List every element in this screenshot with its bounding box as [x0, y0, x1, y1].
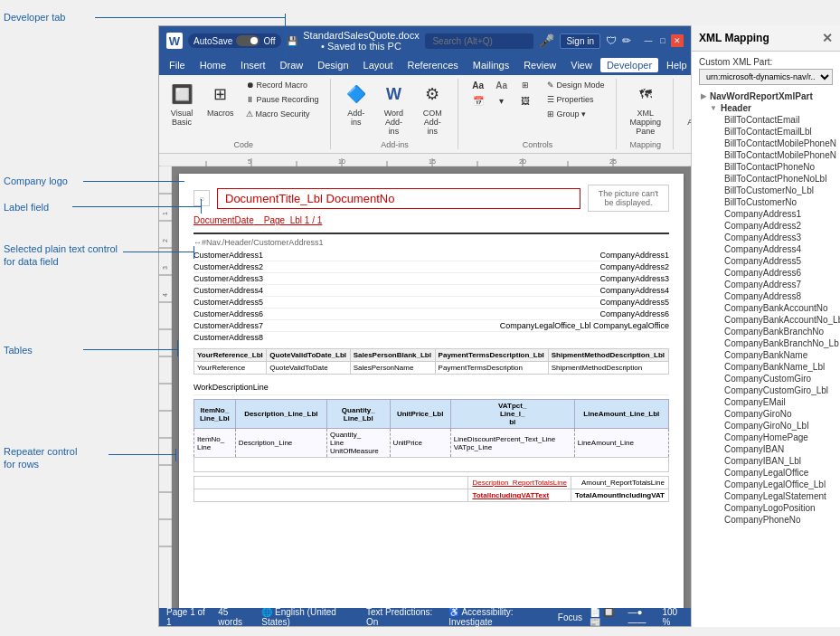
design-mode-button[interactable]: ✎ Design Mode	[543, 79, 609, 91]
xml-item-CompanyAddress1[interactable]: CompanyAddress1	[717, 208, 833, 220]
xml-item-CompanyIBAN[interactable]: CompanyIBAN	[717, 443, 833, 455]
ribbon: 🔲 VisualBasic ⊞ Macros ⏺ Record Macro ⏸ …	[159, 75, 691, 154]
close-button[interactable]: ✕	[671, 34, 684, 47]
record-macro-button[interactable]: ⏺ Record Macro	[242, 79, 323, 91]
word-logo: W	[166, 33, 183, 49]
xml-item-CompanyBankNameLbl[interactable]: CompanyBankName_Lbl	[717, 361, 833, 373]
ribbon-aa1-button[interactable]: Aa	[467, 79, 489, 92]
ruler-marks: 5 10 15 20 25	[161, 154, 689, 166]
xml-item-CompanyBankBranchNoLb[interactable]: CompanyBankBranchNo_Lb	[717, 337, 833, 349]
customer-row-6: CustomerAddress6 CompanyAddress6	[193, 309, 669, 320]
menu-review[interactable]: Review	[517, 58, 562, 72]
macro-security-button[interactable]: ⚠ Macro Security	[242, 108, 323, 120]
ref-data-2: QuoteValidToDate	[267, 362, 350, 375]
menu-insert[interactable]: Insert	[234, 58, 272, 72]
ribbon-date-button[interactable]: 📅	[467, 94, 489, 108]
mic-icon: 🎤	[539, 33, 554, 48]
menu-home[interactable]: Home	[193, 58, 232, 72]
xml-item-CompanyPhoneNo[interactable]: CompanyPhoneNo	[717, 514, 833, 526]
ribbon-code-small-group: ⏺ Record Macro ⏸ Pause Recording ⚠ Macro…	[242, 79, 323, 120]
xml-item-CompanyAddress7[interactable]: CompanyAddress7	[717, 279, 833, 290]
xml-item-CompanyGiroNo[interactable]: CompanyGiroNo	[717, 408, 833, 420]
xml-tree-header-folder[interactable]: ▼ Header	[708, 102, 833, 114]
xml-item-CompanyCustomGiroLbl[interactable]: CompanyCustomGiro_Lbl	[717, 384, 833, 396]
ribbon-aa2-button[interactable]: Aa	[491, 79, 513, 92]
xml-item-BillToContactMobilePhoneN2[interactable]: BillToContactMobilePhoneN	[717, 149, 833, 161]
xml-item-CompanyBankAccountNo[interactable]: CompanyBankAccountNo	[717, 302, 833, 314]
xml-item-BillToContactEmailLbl[interactable]: BillToContactEmailLbl	[717, 126, 833, 138]
properties-button[interactable]: ☰ Properties	[543, 93, 609, 106]
ribbon-addins-buttons: 🔷 Add-ins W WordAdd-ins ⚙ COMAdd-ins	[340, 79, 450, 138]
items-data-itemno: ItemNo_Line	[194, 429, 236, 458]
doc-title-field[interactable]: DocumentTitle_Lbl DocumentNo	[217, 188, 580, 209]
xml-item-CompanyAddress3[interactable]: CompanyAddress3	[717, 232, 833, 243]
status-word-count: 45 words	[218, 607, 250, 627]
svg-text:20: 20	[519, 158, 526, 165]
xml-item-CompanyEMail[interactable]: CompanyEMail	[717, 396, 833, 408]
sign-in-button[interactable]: Sign in	[560, 33, 600, 49]
status-bar: Page 1 of 1 45 words 🌐 English (United S…	[159, 608, 691, 626]
menu-view[interactable]: View	[564, 58, 599, 72]
ribbon-combo-button[interactable]: ▾	[491, 94, 513, 108]
xml-item-BillToCustomerNo[interactable]: BillToCustomerNo	[717, 196, 833, 208]
menu-draw[interactable]: Draw	[274, 58, 310, 72]
group-button[interactable]: ⊞ Group ▾	[543, 108, 609, 120]
xml-panel-close-button[interactable]: ✕	[822, 31, 833, 45]
xml-item-CompanyBankName[interactable]: CompanyBankName	[717, 349, 833, 361]
ribbon-com-addins-button[interactable]: ⚙ COMAdd-ins	[415, 79, 450, 138]
doc-scroll[interactable]: ○ DocumentTitle_Lbl DocumentNo The pictu…	[172, 166, 691, 608]
title-bar: W AutoSave Off 💾 StandardSalesQuote.docx…	[159, 26, 691, 55]
autosave-toggle[interactable]: AutoSave Off	[188, 33, 281, 48]
menu-help[interactable]: Help	[660, 58, 694, 72]
xml-item-BillToCustomerNoLbl[interactable]: BillToCustomerNo_Lbl	[717, 185, 833, 196]
menu-mailings[interactable]: Mailings	[467, 58, 515, 72]
xml-tree-root[interactable]: ▶ NavWordReportXmlPart	[699, 90, 833, 102]
maximize-button[interactable]: □	[656, 34, 669, 47]
ruler-vertical-svg: 1 2 3 4	[159, 166, 172, 608]
xml-tree-children: ▼ Header BillToContactEmail BillToContac…	[699, 102, 833, 526]
ribbon-grid-button[interactable]: ⊞	[514, 79, 536, 92]
ribbon-xml-mapping-button[interactable]: 🗺 XML MappingPane	[626, 79, 666, 138]
xml-item-BillToContactPhoneNoLbl[interactable]: BillToContactPhoneNoLbl	[717, 173, 833, 185]
ribbon-macros-button[interactable]: ⊞ Macros	[203, 79, 239, 120]
xml-item-CompanyLegalOffice[interactable]: CompanyLegalOffice	[717, 467, 833, 479]
svg-text:1: 1	[162, 212, 168, 215]
minimize-button[interactable]: —	[642, 34, 655, 47]
xml-item-CompanyCustomGiro[interactable]: CompanyCustomGiro	[717, 373, 833, 384]
toggle-pill[interactable]	[236, 35, 260, 46]
xml-item-CompanyIBANLbl[interactable]: CompanyIBAN_Lbl	[717, 455, 833, 467]
menu-layout[interactable]: Layout	[357, 58, 400, 72]
pause-recording-button[interactable]: ⏸ Pause Recording	[242, 93, 323, 106]
ribbon-addins-button[interactable]: 🔷 Add-ins	[340, 79, 373, 129]
xml-item-CompanyAddress6[interactable]: CompanyAddress6	[717, 267, 833, 279]
xml-item-CompanyLegalStatement[interactable]: CompanyLegalStatement	[717, 490, 833, 502]
xml-custom-part-select[interactable]: urn:microsoft-dynamics-nav/r...	[699, 69, 833, 85]
xml-item-CompanyGiroNoLbl[interactable]: CompanyGiroNo_Lbl	[717, 420, 833, 432]
menu-file[interactable]: File	[163, 58, 192, 72]
title-search-input[interactable]	[425, 33, 533, 49]
xml-item-CompanyBankBranchNo[interactable]: CompanyBankBranchNo	[717, 326, 833, 337]
xml-item-BillToContactMobilePhoneN1[interactable]: BillToContactMobilePhoneN	[717, 138, 833, 149]
xml-item-CompanyAddress5[interactable]: CompanyAddress5	[717, 255, 833, 267]
menu-references[interactable]: References	[401, 58, 465, 72]
xml-item-CompanyAddress4[interactable]: CompanyAddress4	[717, 243, 833, 255]
menu-design[interactable]: Design	[311, 58, 354, 72]
xml-item-CompanyAddress2[interactable]: CompanyAddress2	[717, 220, 833, 232]
ribbon-word-addins-button[interactable]: W WordAdd-ins	[376, 79, 411, 138]
customer-row-4: CustomerAddress4 CompanyAddress4	[193, 285, 669, 297]
items-table: ItemNo_Line_Lbl Description_Line_Lbl Qua…	[193, 399, 669, 472]
status-focus[interactable]: Focus	[558, 612, 582, 622]
ribbon-visual-basic-button[interactable]: 🔲 VisualBasic	[165, 79, 199, 129]
xml-item-BillToContactEmail[interactable]: BillToContactEmail	[717, 114, 833, 126]
xml-item-CompanyLogoPosition[interactable]: CompanyLogoPosition	[717, 502, 833, 514]
xml-item-BillToContactPhoneNo[interactable]: BillToContactPhoneNo	[717, 161, 833, 173]
xml-item-CompanyAddress8[interactable]: CompanyAddress8	[717, 290, 833, 302]
menu-developer[interactable]: Developer	[600, 58, 658, 72]
ref-data-1: YourReference	[194, 362, 267, 375]
xml-item-CompanyHomePage[interactable]: CompanyHomePage	[717, 432, 833, 443]
ribbon-img-button[interactable]: 🖼	[514, 94, 536, 108]
status-zoom-slider[interactable]: —●——	[628, 607, 656, 627]
svg-text:4: 4	[162, 293, 168, 297]
xml-item-CompanyLegalOfficeLbl[interactable]: CompanyLegalOffice_Lbl	[717, 479, 833, 490]
xml-item-CompanyBankAccountNoLbl[interactable]: CompanyBankAccountNo_Lbl	[717, 314, 833, 326]
